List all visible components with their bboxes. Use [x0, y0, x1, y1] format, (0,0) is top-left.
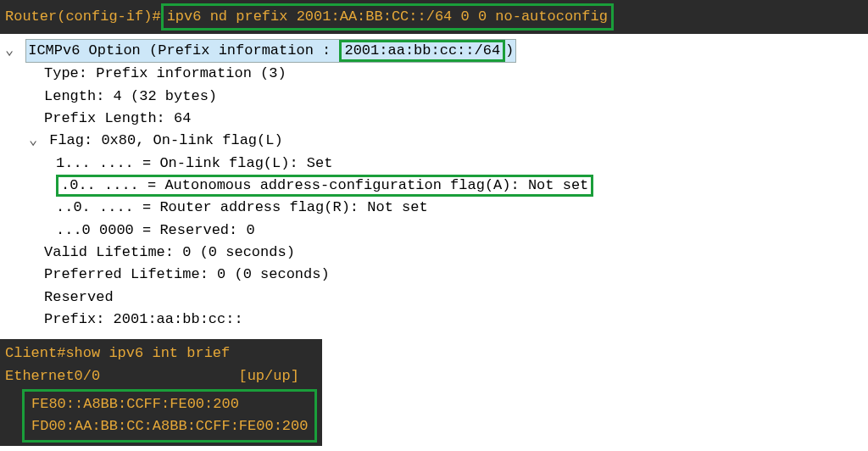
type-row: Type: Prefix information (3) [5, 63, 863, 85]
flag-reserved-row: ...0 0000 = Reserved: 0 [5, 220, 863, 242]
global-address: FD00:AA:BB:CC:A8BB:CCFF:FE00:200 [31, 415, 308, 437]
option-header-prefix: ICMPv6 Option (Prefix information : [28, 42, 339, 58]
flag-onlink-row: 1... .... = On-link flag(L): Set [5, 153, 863, 175]
flag-header: Flag: 0x80, On-link flag(L) [49, 132, 282, 148]
link-local-address: FE80::A8BB:CCFF:FE00:200 [31, 393, 308, 415]
router-command: ipv6 nd prefix 2001:AA:BB:CC::/64 0 0 no… [167, 8, 608, 25]
reserved-row: Reserved [5, 287, 863, 309]
option-header: ICMPv6 Option (Prefix information : 2001… [25, 39, 516, 63]
router-prompt: Router(config-if)# [5, 8, 161, 25]
flag-header-row[interactable]: ⌄ Flag: 0x80, On-link flag(L) [5, 130, 863, 152]
prefix-row: Prefix: 2001:aa:bb:cc:: [5, 309, 863, 331]
router-command-highlight: ipv6 nd prefix 2001:AA:BB:CC::/64 0 0 no… [161, 3, 614, 31]
prefix-value-highlight: 2001:aa:bb:cc::/64 [339, 40, 505, 62]
interface-row: Ethernet0/0 [up/up] [5, 365, 317, 387]
option-header-row[interactable]: ⌄ ICMPv6 Option (Prefix information : 20… [5, 39, 863, 63]
flag-auto-highlight: .0.. .... = Autonomous address-configura… [56, 175, 593, 197]
option-header-value: 2001:aa:bb:cc::/64 [344, 42, 500, 58]
valid-lifetime-row: Valid Lifetime: 0 (0 seconds) [5, 242, 863, 264]
iface-state: [up/up] [238, 368, 298, 384]
length-row: Length: 4 (32 bytes) [5, 86, 863, 108]
router-terminal: Router(config-if)#ipv6 nd prefix 2001:AA… [0, 0, 868, 34]
client-terminal: Client#show ipv6 int brief Ethernet0/0 [… [0, 339, 322, 445]
flag-auto-row: .0.. .... = Autonomous address-configura… [5, 175, 863, 197]
chevron-down-icon: ⌄ [29, 130, 41, 152]
prefixlen-row: Prefix Length: 64 [5, 108, 863, 130]
packet-detail-pane: ⌄ ICMPv6 Option (Prefix information : 20… [0, 34, 868, 340]
flag-router-row: ..0. .... = Router address flag(R): Not … [5, 197, 863, 219]
address-highlight-box: FE80::A8BB:CCFF:FE00:200 FD00:AA:BB:CC:A… [22, 389, 317, 443]
chevron-down-icon: ⌄ [5, 40, 17, 62]
iface-name: Ethernet0/0 [5, 368, 100, 384]
option-header-suffix: ) [505, 42, 514, 58]
client-command: Client#show ipv6 int brief [5, 342, 317, 365]
preferred-lifetime-row: Preferred Lifetime: 0 (0 seconds) [5, 264, 863, 286]
flag-auto: .0.. .... = Autonomous address-configura… [61, 177, 588, 193]
